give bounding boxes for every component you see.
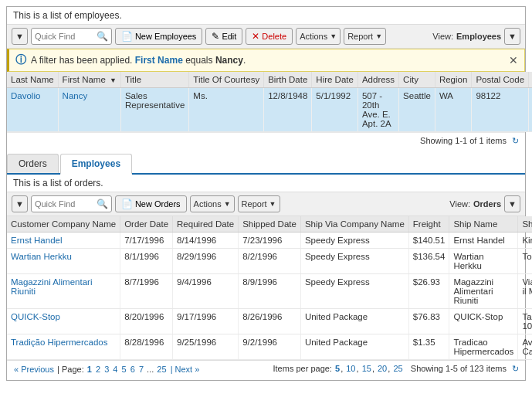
orders-cell-link[interactable]: Wartian Herkku — [11, 252, 72, 261]
info-icon: ⓘ — [15, 53, 26, 67]
per-page-10[interactable]: 10 — [346, 364, 355, 373]
actions-chevron-icon: ▼ — [330, 32, 337, 40]
per-page-25[interactable]: 25 — [393, 364, 402, 373]
employees-search-input[interactable] — [35, 32, 97, 41]
tab-orders[interactable]: Orders — [7, 154, 59, 173]
tab-employees[interactable]: Employees — [60, 154, 132, 175]
delete-icon: ✕ — [252, 31, 259, 42]
col-address: Address — [357, 72, 398, 88]
col-city: City — [399, 72, 435, 88]
employees-search-box[interactable]: 🔍 — [31, 28, 112, 45]
col-ship-name: Ship Name — [449, 216, 518, 233]
col-title-of-courtesy: Title Of Courtesy — [189, 72, 264, 88]
col-birth-date: Birth Date — [264, 72, 312, 88]
page-6-link[interactable]: 6 — [130, 365, 135, 374]
report-chevron-icon: ▼ — [375, 32, 382, 40]
orders-view-label: View: Orders ▼ — [449, 195, 520, 212]
orders-search-icon[interactable]: 🔍 — [97, 199, 108, 209]
filter-bar: ⓘ A filter has been applied. First Name … — [7, 49, 525, 72]
orders-search-input[interactable] — [35, 199, 97, 209]
orders-toolbar: ▼ 🔍 📄 New Orders Actions ▼ Report ▼ View… — [7, 192, 525, 216]
prev-page-link[interactable]: « Previous — [14, 365, 54, 374]
cell-link[interactable]: Davolio — [11, 91, 40, 100]
report-dropdown[interactable]: Report ▼ — [344, 28, 386, 45]
orders-cell-link[interactable]: Tradição Hipermercados — [11, 338, 107, 347]
col-region: Region — [435, 72, 471, 88]
orders-description: This is a list of orders. — [7, 175, 525, 192]
employees-toolbar: ▼ 🔍 📄 New Employees ✎ Edit ✕ Delete Acti… — [7, 24, 525, 49]
orders-showing: Showing 1-5 of 123 items — [411, 364, 507, 373]
orders-refresh-icon[interactable]: ↻ — [512, 364, 519, 373]
orders-pagination: « Previous | Page: 1 2 3 4 5 6 7 ... 25 … — [7, 360, 525, 377]
orders-view-dropdown[interactable]: ▼ — [12, 195, 28, 212]
orders-cell-link[interactable]: QUICK-Stop — [11, 312, 60, 321]
table-row[interactable]: Magazzini Alimentari Riuniti8/7/19969/4/… — [7, 274, 532, 309]
actions-dropdown[interactable]: Actions ▼ — [296, 28, 341, 45]
col-hire-date: Hire Date — [312, 72, 358, 88]
col-required-date: Required Date — [173, 216, 239, 233]
page-2-link[interactable]: 2 — [96, 365, 100, 374]
view-dropdown[interactable]: ▼ — [504, 28, 520, 45]
edit-button[interactable]: ✎ Edit — [205, 28, 242, 45]
employees-description: This is a list of employees. — [7, 7, 525, 24]
new-employees-button[interactable]: 📄 New Employees — [115, 28, 202, 45]
refresh-icon[interactable]: ↻ — [512, 136, 519, 145]
col-order-date: Order Date — [120, 216, 173, 233]
new-orders-button[interactable]: 📄 New Orders — [115, 195, 187, 212]
orders-actions-chevron-icon: ▼ — [224, 200, 231, 208]
page-4-link[interactable]: 4 — [113, 365, 117, 374]
sort-icon: ▼ — [110, 76, 117, 84]
orders-table-header-row: Customer Company Name Order Date Require… — [7, 216, 532, 233]
col-first-name[interactable]: First Name ▼ — [58, 72, 120, 88]
orders-view-select[interactable]: ▼ — [504, 195, 520, 212]
table-row[interactable]: DavolioNancySales RepresentativeMs.12/8/… — [7, 88, 532, 132]
orders-cell-link[interactable]: Magazzini Alimentari Riuniti — [11, 277, 92, 296]
add-orders-icon: 📄 — [121, 199, 133, 209]
page-7-link[interactable]: 7 — [139, 365, 144, 374]
orders-section: This is a list of orders. ▼ 🔍 📄 New Orde… — [7, 175, 525, 380]
employees-table: Last Name First Name ▼ Title Title Of Co… — [7, 72, 532, 132]
next-page-link[interactable]: | Next » — [171, 365, 200, 374]
orders-table: Customer Company Name Order Date Require… — [7, 216, 532, 360]
filter-field-link[interactable]: First Name — [135, 55, 183, 66]
view-label: View: Employees ▼ — [432, 28, 520, 45]
col-customer-company: Customer Company Name — [7, 216, 120, 233]
filter-close-button[interactable]: ✕ — [509, 54, 518, 66]
col-ship-via: Ship Via Company Name — [300, 216, 408, 233]
table-row[interactable]: QUICK-Stop8/20/19969/17/19968/26/1996Uni… — [7, 309, 532, 334]
col-title: Title — [120, 72, 188, 88]
col-postal-code: Postal Code — [472, 72, 529, 88]
employees-view-dropdown[interactable]: ▼ — [12, 28, 28, 45]
edit-icon: ✎ — [212, 31, 219, 42]
table-row[interactable]: Wartian Herkku8/1/19968/29/19968/2/1996S… — [7, 249, 532, 274]
per-page-15[interactable]: 15 — [362, 364, 371, 373]
per-page-5[interactable]: 5 — [335, 364, 340, 373]
search-icon[interactable]: 🔍 — [97, 31, 108, 42]
table-row[interactable]: Tradição Hipermercados8/28/19969/25/1996… — [7, 334, 532, 360]
employees-showing-bar: Showing 1-1 of 1 items ↻ — [7, 132, 525, 149]
orders-report-chevron-icon: ▼ — [269, 200, 276, 208]
col-ship-address: Ship Address — [518, 216, 532, 233]
tabs-row: Orders Employees — [7, 154, 525, 175]
page-3-link[interactable]: 3 — [104, 365, 109, 374]
page-5-link[interactable]: 5 — [122, 365, 127, 374]
per-page-20[interactable]: 20 — [378, 364, 387, 373]
col-last-name: Last Name — [7, 72, 58, 88]
pagination-left: « Previous | Page: 1 2 3 4 5 6 7 ... 25 … — [13, 365, 200, 374]
page-25-link[interactable]: 25 — [157, 365, 166, 374]
col-territories: Territories — [529, 72, 532, 88]
chevron-down-icon: ▼ — [15, 32, 24, 41]
add-icon: 📄 — [121, 31, 133, 42]
orders-search-box[interactable]: 🔍 — [31, 195, 112, 212]
orders-cell-link[interactable]: Ernst Handel — [11, 236, 62, 245]
table-row[interactable]: Ernst Handel7/17/19968/14/19967/23/1996S… — [7, 233, 532, 249]
orders-actions-dropdown[interactable]: Actions ▼ — [190, 195, 235, 212]
pagination-right: Items per page: 5, 10, 15, 20, 25 Showin… — [273, 364, 520, 374]
chevron-down-icon-orders: ▼ — [15, 199, 24, 209]
col-shipped-date: Shipped Date — [239, 216, 301, 233]
cell-link[interactable]: Nancy — [63, 91, 88, 100]
delete-button[interactable]: ✕ Delete — [246, 28, 293, 45]
col-freight: Freight — [408, 216, 449, 233]
orders-report-dropdown[interactable]: Report ▼ — [238, 195, 280, 212]
page-1-link[interactable]: 1 — [87, 365, 92, 374]
